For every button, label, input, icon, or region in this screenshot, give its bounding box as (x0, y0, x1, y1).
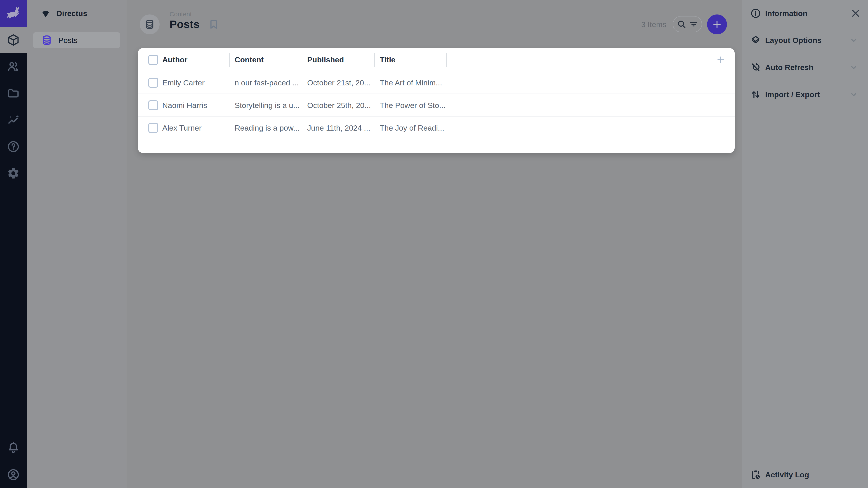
bell-icon (7, 441, 20, 454)
account-button[interactable] (0, 461, 27, 488)
rabbit-logo-icon (5, 5, 22, 22)
insights-icon (7, 113, 20, 127)
cell-author: Alex Turner (162, 117, 202, 139)
clipboard-clock-icon (750, 469, 761, 480)
close-icon (850, 8, 861, 19)
cell-content: n our fast-paced ... (235, 71, 299, 94)
cell-content: Storytelling is a u... (235, 94, 300, 117)
cell-author: Naomi Harris (162, 94, 207, 117)
info-icon (750, 8, 761, 19)
sidebar-title: Information (765, 9, 846, 18)
module-user-directory[interactable] (0, 53, 27, 80)
cell-title: The Art of Minim... (380, 71, 442, 94)
module-insights[interactable] (0, 107, 27, 133)
collection-badge (140, 14, 160, 34)
search-filter-pill (673, 16, 702, 32)
module-file-library[interactable] (0, 80, 27, 107)
cell-published: October 25th, 20... (307, 94, 371, 117)
chevron-down-icon[interactable] (849, 90, 859, 99)
add-column-icon[interactable] (716, 55, 726, 65)
project-header[interactable]: Directus (27, 0, 127, 27)
module-settings[interactable] (0, 160, 27, 187)
column-resize-handle[interactable] (229, 53, 230, 67)
gear-icon (7, 167, 20, 180)
items-table-card: Author Content Published Title Emily Car… (138, 48, 735, 153)
column-resize-handle[interactable] (374, 53, 375, 67)
people-icon (7, 60, 20, 73)
items-count: 3 Items (641, 20, 666, 29)
add-item-button[interactable] (707, 14, 727, 34)
table-row[interactable]: Naomi Harris Storytelling is a u... Octo… (138, 94, 735, 117)
table-row[interactable]: Emily Carter n our fast-paced ... Octobe… (138, 71, 735, 94)
column-resize-handle[interactable] (446, 53, 447, 67)
refresh-off-icon (750, 62, 761, 73)
breadcrumb[interactable]: Content (169, 11, 192, 18)
directus-logo-button[interactable] (0, 0, 27, 27)
nav-item-label: Posts (58, 36, 78, 45)
row-checkbox[interactable] (148, 100, 158, 110)
activity-log-label: Activity Log (765, 470, 860, 479)
import-export-icon (750, 89, 761, 100)
project-name: Directus (57, 9, 87, 18)
chevron-down-icon[interactable] (849, 35, 859, 45)
sidebar-header: Information (742, 0, 868, 27)
row-divider (138, 139, 735, 139)
notifications-button[interactable] (0, 434, 27, 461)
sidebar-section-auto-refresh[interactable]: Auto Refresh (742, 54, 868, 81)
layers-icon (750, 35, 761, 46)
main-content: Content Posts 3 Items Author Content Pub… (127, 0, 742, 488)
filter-icon[interactable] (689, 20, 699, 29)
sidebar-section-label: Auto Refresh (765, 63, 845, 72)
sidebar-section-label: Import / Export (765, 90, 845, 99)
row-checkbox[interactable] (148, 123, 158, 133)
column-header-published[interactable]: Published (307, 48, 344, 71)
database-icon (144, 19, 155, 30)
search-icon[interactable] (676, 19, 687, 29)
account-circle-icon (7, 468, 20, 481)
navigation-panel: Directus Posts (27, 0, 127, 488)
project-fan-icon (40, 8, 51, 19)
cell-published: October 21st, 20... (307, 71, 370, 94)
box-icon (7, 33, 20, 46)
chevron-down-icon[interactable] (849, 63, 859, 72)
sidebar-close-button[interactable] (850, 8, 861, 19)
cell-title: The Joy of Readi... (380, 117, 444, 139)
select-all-checkbox[interactable] (148, 55, 158, 65)
cell-published: June 11th, 2024 ... (307, 117, 370, 139)
column-header-author[interactable]: Author (162, 48, 187, 71)
info-sidebar: Information Layout Options Auto Refresh (742, 0, 868, 488)
module-bar (0, 0, 27, 488)
module-content[interactable] (0, 27, 27, 53)
row-checkbox[interactable] (148, 78, 158, 88)
nav-item-posts[interactable]: Posts (33, 32, 120, 48)
module-documentation[interactable] (0, 133, 27, 160)
bookmark-button[interactable] (208, 18, 220, 30)
activity-log-button[interactable]: Activity Log (742, 461, 868, 488)
cell-title: The Power of Sto... (380, 94, 445, 117)
page-title: Posts (169, 18, 199, 31)
table-row[interactable]: Alex Turner Reading is a pow... June 11t… (138, 117, 735, 139)
column-header-title[interactable]: Title (380, 48, 395, 71)
column-resize-handle[interactable] (302, 53, 302, 67)
cell-content: Reading is a pow... (235, 117, 300, 139)
column-header-content[interactable]: Content (235, 48, 264, 71)
sidebar-section-import-export[interactable]: Import / Export (742, 81, 868, 108)
database-icon (41, 35, 53, 46)
bookmark-icon (208, 18, 220, 30)
plus-icon (712, 20, 722, 29)
cell-author: Emily Carter (162, 71, 205, 94)
help-icon (7, 140, 20, 153)
table-header-row: Author Content Published Title (138, 48, 735, 71)
sidebar-section-label: Layout Options (765, 36, 845, 45)
sidebar-section-layout-options[interactable]: Layout Options (742, 27, 868, 54)
folder-icon (7, 87, 20, 100)
